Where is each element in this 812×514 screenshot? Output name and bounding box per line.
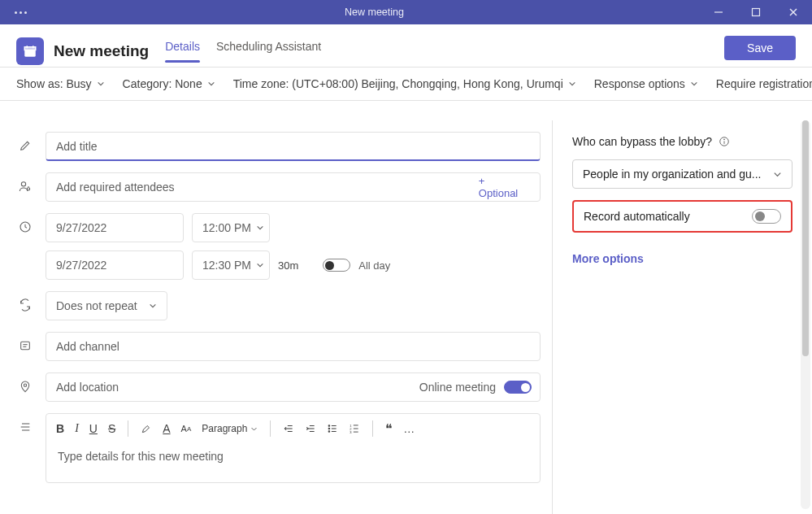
timezone-dropdown[interactable]: Time zone: (UTC+08:00) Beijing, Chongqin… <box>233 77 576 90</box>
chevron-down-icon <box>690 80 698 88</box>
svg-point-9 <box>27 188 29 190</box>
meeting-options-bar: Show as: Busy Category: None Time zone: … <box>0 68 812 101</box>
timezone-label: Time zone: (UTC+08:00) Beijing, Chongqin… <box>233 77 563 90</box>
chevron-down-icon <box>568 80 576 88</box>
tab-scheduling-assistant[interactable]: Scheduling Assistant <box>216 40 321 63</box>
chevron-down-icon <box>773 170 782 179</box>
show-as-dropdown[interactable]: Show as: Busy <box>16 77 105 90</box>
registration-label: Require registration: N <box>716 77 812 90</box>
lobby-bypass-dropdown[interactable]: People in my organization and gu... <box>572 159 792 189</box>
location-input[interactable]: Online meeting <box>46 372 541 402</box>
minimize-button[interactable] <box>700 0 737 24</box>
repeat-icon <box>16 291 34 311</box>
close-button[interactable] <box>775 0 812 24</box>
chevron-down-icon <box>256 261 264 269</box>
chevron-down-icon <box>207 80 215 88</box>
chevron-down-icon <box>256 224 264 232</box>
people-icon <box>16 172 34 193</box>
italic-button[interactable]: I <box>75 422 79 435</box>
end-time-input[interactable]: 12:30 PM <box>192 250 270 280</box>
svg-point-25 <box>329 428 331 429</box>
svg-point-14 <box>24 384 26 386</box>
strikethrough-button[interactable]: S <box>108 422 115 435</box>
paragraph-dropdown[interactable]: Paragraph <box>202 423 258 434</box>
lobby-bypass-label: Who can bypass the lobby? <box>572 135 712 148</box>
highlight-button[interactable] <box>141 423 152 434</box>
svg-point-38 <box>724 139 725 140</box>
chevron-down-icon <box>97 80 105 88</box>
svg-rect-5 <box>24 47 36 50</box>
underline-button[interactable]: U <box>89 422 98 435</box>
font-color-button[interactable]: A <box>163 422 170 435</box>
response-options-dropdown[interactable]: Response options <box>594 77 698 90</box>
maximize-button[interactable] <box>737 0 775 24</box>
app-menu-button[interactable] <box>0 11 49 14</box>
scrollbar-thumb[interactable] <box>802 120 809 356</box>
recurrence-dropdown[interactable]: Does not repeat <box>46 291 167 320</box>
meeting-form: + Optional 9/27/2022 12:00 PM 9/27/2022 … <box>0 120 552 514</box>
lobby-bypass-value: People in my organization and gu... <box>583 168 761 181</box>
page-title: New meeting <box>54 42 149 60</box>
attendees-input[interactable]: + Optional <box>46 172 541 202</box>
pencil-icon <box>16 132 34 152</box>
channel-input-field[interactable] <box>56 340 530 353</box>
location-icon <box>16 372 34 393</box>
svg-point-8 <box>21 182 25 186</box>
show-as-label: Show as: Busy <box>16 77 92 90</box>
font-size-button[interactable]: AA <box>181 424 192 433</box>
title-input[interactable] <box>46 132 541 161</box>
more-formatting-button[interactable]: … <box>403 422 415 435</box>
meeting-options-panel: Who can bypass the lobby? People in my o… <box>552 120 812 514</box>
clock-icon <box>16 213 34 233</box>
chevron-down-icon <box>149 302 157 310</box>
outdent-button[interactable] <box>283 423 294 434</box>
category-label: Category: None <box>123 77 202 90</box>
svg-point-24 <box>329 425 331 427</box>
add-optional-link[interactable]: + Optional <box>479 175 530 199</box>
attendees-input-field[interactable] <box>56 181 479 194</box>
tab-details[interactable]: Details <box>165 40 200 63</box>
channel-input[interactable] <box>46 332 541 361</box>
bulleted-list-button[interactable] <box>327 423 338 434</box>
save-button[interactable]: Save <box>724 36 796 60</box>
svg-point-26 <box>329 431 331 433</box>
registration-dropdown[interactable]: Require registration: N <box>716 77 812 90</box>
page-header: New meeting Details Scheduling Assistant… <box>0 24 812 67</box>
record-automatically-row (highlighted): Record automatically <box>572 200 792 233</box>
description-textarea[interactable]: Type details for this new meeting <box>46 443 540 469</box>
vertical-scrollbar[interactable] <box>801 120 810 509</box>
start-date-input[interactable]: 9/27/2022 <box>46 213 184 242</box>
duration-label: 30m <box>278 259 298 272</box>
calendar-app-icon <box>16 37 44 65</box>
description-editor: B I U S A AA Paragraph 123 <box>46 413 541 483</box>
category-dropdown[interactable]: Category: None <box>123 77 215 90</box>
quote-button[interactable]: ❝ <box>385 421 393 437</box>
online-meeting-toggle[interactable] <box>504 381 532 394</box>
bold-button[interactable]: B <box>56 422 64 435</box>
indent-button[interactable] <box>305 423 316 434</box>
window-title: New meeting <box>49 7 700 18</box>
info-icon[interactable] <box>719 136 730 147</box>
record-automatically-label: Record automatically <box>584 210 690 223</box>
response-options-label: Response options <box>594 77 685 90</box>
channel-icon <box>16 332 34 352</box>
svg-rect-11 <box>21 342 30 349</box>
titlebar: New meeting <box>0 0 812 24</box>
online-meeting-label: Online meeting <box>419 381 496 394</box>
numbered-list-button[interactable]: 123 <box>349 423 360 434</box>
details-icon <box>16 413 34 433</box>
record-automatically-toggle[interactable] <box>752 209 781 224</box>
start-time-input[interactable]: 12:00 PM <box>192 213 270 242</box>
end-date-input[interactable]: 9/27/2022 <box>46 250 184 280</box>
editor-toolbar: B I U S A AA Paragraph 123 <box>46 414 540 443</box>
more-options-link[interactable]: More options <box>572 252 792 265</box>
all-day-toggle[interactable] <box>323 259 350 272</box>
title-input-field[interactable] <box>56 140 530 153</box>
svg-text:3: 3 <box>350 430 353 434</box>
all-day-label: All day <box>358 259 390 272</box>
svg-rect-1 <box>753 9 760 16</box>
